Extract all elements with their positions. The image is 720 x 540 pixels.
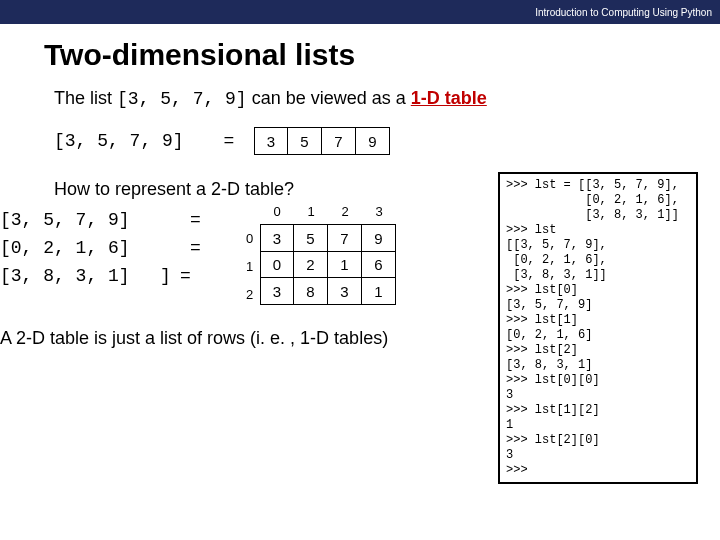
cell: 5 xyxy=(294,224,328,252)
grid-row: 3 5 7 9 xyxy=(260,224,396,252)
row-idx: 2 xyxy=(246,280,253,308)
grid-row: 0 2 1 6 xyxy=(260,251,396,279)
row-code: [3, 8, 3, 1] xyxy=(0,266,130,286)
cell: 3 xyxy=(260,224,294,252)
grid: 3 5 7 9 0 2 1 6 3 8 3 1 xyxy=(260,224,396,305)
oned-code: [3, 5, 7, 9] xyxy=(54,131,204,151)
intro-code: [3, 5, 7, 9] xyxy=(117,89,247,109)
eq: = xyxy=(190,234,201,262)
cell: 7 xyxy=(328,224,362,252)
eq: = xyxy=(190,206,201,234)
intro-line: The list [3, 5, 7, 9] can be viewed as a… xyxy=(54,88,720,109)
col-idx: 2 xyxy=(328,204,362,219)
eq: = xyxy=(180,262,191,290)
row-code: [0, 2, 1, 6] xyxy=(0,238,130,258)
grid-row: 3 8 3 1 xyxy=(260,277,396,305)
cell: 8 xyxy=(294,277,328,305)
oned-cells: 3 5 7 9 xyxy=(254,127,390,155)
oned-eq: = xyxy=(204,131,254,151)
cell: 1 xyxy=(328,251,362,279)
footer-line: A 2-D table is just a list of rows (i. e… xyxy=(0,328,388,349)
cell: 1 xyxy=(362,277,396,305)
row-code: [3, 5, 7, 9] xyxy=(0,210,130,230)
cell: 7 xyxy=(322,127,356,155)
cell: 2 xyxy=(294,251,328,279)
top-bar: Introduction to Computing Using Python xyxy=(0,0,720,24)
col-idx: 0 xyxy=(260,204,294,219)
col-idx: 1 xyxy=(294,204,328,219)
row-indices: 0 1 2 xyxy=(246,224,253,308)
twod-code-block: [ [3, 5, 7, 9] = [0, 2, 1, 6] = [3, 8, 3… xyxy=(0,206,130,290)
slide-title: Two-dimensional lists xyxy=(0,24,720,88)
course-title: Introduction to Computing Using Python xyxy=(535,7,712,18)
cell: 0 xyxy=(260,251,294,279)
cell: 3 xyxy=(260,277,294,305)
intro-mid: can be viewed as a xyxy=(247,88,411,108)
cell: 9 xyxy=(356,127,390,155)
cell: 3 xyxy=(328,277,362,305)
oned-row: [3, 5, 7, 9] = 3 5 7 9 xyxy=(54,127,720,155)
col-indices: 0 1 2 3 xyxy=(260,204,396,219)
cell: 5 xyxy=(288,127,322,155)
repl-box: >>> lst = [[3, 5, 7, 9], [0, 2, 1, 6], [… xyxy=(498,172,698,484)
intro-link: 1-D table xyxy=(411,88,487,108)
cell: 6 xyxy=(362,251,396,279)
cell: 3 xyxy=(254,127,288,155)
bracket-close: ] xyxy=(160,262,171,290)
col-idx: 3 xyxy=(362,204,396,219)
intro-pre: The list xyxy=(54,88,117,108)
row-idx: 0 xyxy=(246,224,253,252)
row-idx: 1 xyxy=(246,252,253,280)
cell: 9 xyxy=(362,224,396,252)
